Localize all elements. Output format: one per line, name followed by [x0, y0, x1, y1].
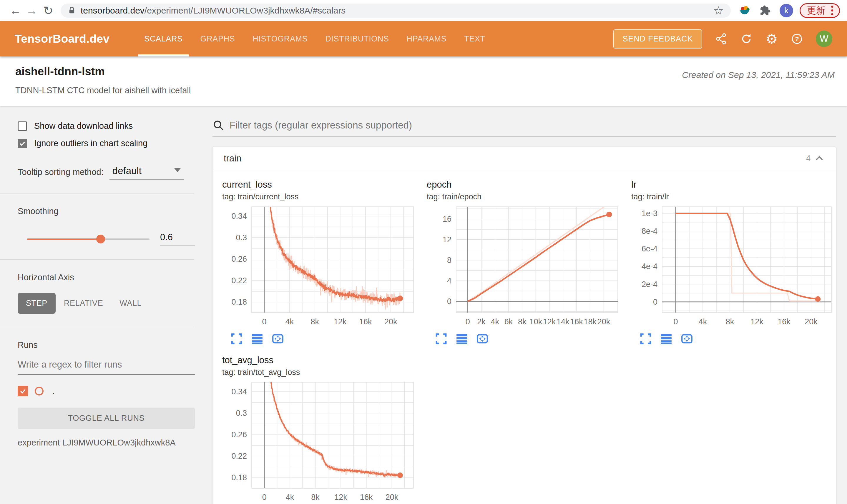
- fullscreen-icon[interactable]: [640, 332, 652, 345]
- run-color-swatch: [35, 387, 44, 396]
- divider: [0, 327, 194, 327]
- svg-text:0.3: 0.3: [236, 409, 247, 417]
- svg-text:4k: 4k: [699, 317, 707, 326]
- svg-text:8: 8: [447, 256, 451, 265]
- svg-text:12k: 12k: [750, 317, 763, 326]
- svg-text:0.34: 0.34: [231, 212, 247, 220]
- forward-icon[interactable]: →: [23, 0, 40, 21]
- runs-label: Runs: [18, 340, 195, 350]
- svg-text:0.3: 0.3: [236, 233, 247, 242]
- svg-text:0.26: 0.26: [231, 255, 247, 264]
- show-download-links-checkbox[interactable]: [18, 122, 27, 131]
- section-title: train: [224, 153, 241, 164]
- tab-graphs[interactable]: GRAPHS: [192, 21, 244, 56]
- show-download-links-label: Show data download links: [34, 121, 133, 131]
- smoothing-slider[interactable]: [27, 238, 150, 240]
- section-count: 4: [806, 154, 811, 163]
- settings-gear-icon[interactable]: ⚙: [765, 32, 778, 45]
- chart-epoch: epochtag: train/epoch 02k4k6k8k10k12k14k…: [427, 179, 621, 345]
- chart-plot-tot_avg_loss[interactable]: 04k8k12k16k20k0.180.220.260.30.34: [222, 380, 416, 503]
- divider: [0, 259, 194, 260]
- chart-tag: tag: train/lr: [631, 192, 834, 201]
- smoothing-value-input[interactable]: [160, 232, 195, 246]
- help-icon[interactable]: ?: [791, 32, 803, 45]
- send-feedback-button[interactable]: SEND FEEDBACK: [613, 30, 702, 49]
- axis-wall-button[interactable]: WALL: [111, 293, 150, 314]
- tooltip-sorting-select[interactable]: default: [109, 165, 184, 180]
- svg-text:0.18: 0.18: [231, 298, 247, 306]
- tooltip-sorting-label: Tooltip sorting method:: [18, 167, 104, 180]
- train-section-header[interactable]: train 4: [212, 147, 836, 170]
- tab-hparams[interactable]: HPARAMS: [398, 21, 455, 56]
- tab-distributions[interactable]: DISTRIBUTIONS: [316, 21, 398, 56]
- svg-text:4k: 4k: [286, 493, 294, 502]
- svg-text:0: 0: [447, 297, 451, 306]
- run-checkbox[interactable]: [18, 386, 28, 396]
- axis-step-button[interactable]: STEP: [18, 293, 56, 314]
- svg-text:18k: 18k: [584, 317, 597, 326]
- chart-plot-lr[interactable]: 04k8k12k16k20k1e-38e-46e-44e-42e-40: [631, 205, 834, 327]
- chart-tag: tag: train/tot_avg_loss: [222, 368, 416, 377]
- fullscreen-icon[interactable]: [435, 332, 447, 345]
- tab-scalars[interactable]: SCALARS: [135, 21, 191, 56]
- axis-relative-button[interactable]: RELATIVE: [56, 293, 111, 314]
- refresh-icon[interactable]: [740, 32, 753, 45]
- svg-text:14k: 14k: [556, 317, 569, 326]
- tag-filter-row[interactable]: [212, 120, 836, 137]
- svg-text:8k: 8k: [726, 317, 734, 326]
- fit-domain-icon[interactable]: [476, 332, 488, 345]
- svg-text:12k: 12k: [334, 317, 347, 326]
- fit-domain-icon[interactable]: [681, 332, 693, 345]
- tab-text[interactable]: TEXT: [455, 21, 494, 56]
- reload-icon[interactable]: ↻: [40, 0, 56, 21]
- svg-text:8e-4: 8e-4: [642, 227, 657, 236]
- chart-plot-current_loss[interactable]: 04k8k12k16k20k0.180.220.260.30.34: [222, 205, 416, 327]
- svg-text:0: 0: [466, 317, 470, 326]
- svg-text:12: 12: [443, 235, 451, 244]
- svg-text:0: 0: [653, 298, 657, 306]
- chevron-down-icon: [174, 168, 181, 172]
- scalars-main: train 4 current_losstag: train/current_l…: [212, 106, 847, 504]
- svg-text:10k: 10k: [530, 317, 542, 326]
- url-bar[interactable]: tensorboard.dev/experiment/LJI9MWUORLOw3…: [60, 3, 731, 18]
- fit-domain-icon[interactable]: [272, 332, 284, 345]
- app-header: TensorBoard.dev SCALARS GRAPHS HISTOGRAM…: [0, 21, 847, 56]
- toggle-all-runs-button[interactable]: TOGGLE ALL RUNS: [18, 408, 195, 429]
- svg-text:4k: 4k: [286, 317, 294, 326]
- back-icon[interactable]: ←: [7, 0, 23, 21]
- extensions-puzzle-icon[interactable]: [760, 5, 771, 16]
- run-row[interactable]: .: [18, 386, 195, 396]
- chart-title: lr: [631, 179, 834, 190]
- fullscreen-icon[interactable]: [230, 332, 243, 345]
- chart-title: tot_avg_loss: [222, 355, 416, 365]
- browser-profile-avatar[interactable]: k: [780, 4, 793, 17]
- tag-filter-input[interactable]: [229, 120, 836, 131]
- svg-text:20k: 20k: [385, 493, 398, 502]
- runs-filter-input[interactable]: [18, 359, 195, 375]
- data-table-icon[interactable]: [455, 332, 468, 345]
- data-table-icon[interactable]: [251, 332, 263, 345]
- chevron-up-icon[interactable]: [814, 153, 825, 164]
- data-table-icon[interactable]: [660, 332, 673, 345]
- svg-text:?: ?: [795, 35, 799, 43]
- ignore-outliers-row[interactable]: Ignore outliers in chart scaling: [18, 139, 195, 148]
- browser-menu-icon[interactable]: [830, 4, 834, 16]
- bookmark-star-icon[interactable]: ☆: [713, 5, 724, 16]
- svg-text:6e-4: 6e-4: [642, 244, 657, 253]
- svg-text:4k: 4k: [490, 317, 499, 326]
- extension-bowl-icon[interactable]: [738, 4, 751, 17]
- svg-text:16k: 16k: [359, 317, 372, 326]
- show-download-links-row[interactable]: Show data download links: [18, 121, 195, 131]
- svg-text:16k: 16k: [778, 317, 791, 326]
- chart-title: current_loss: [222, 179, 416, 190]
- chart-plot-epoch[interactable]: 02k4k6k8k10k12k14k16k18k20k0481216: [427, 205, 621, 327]
- user-avatar[interactable]: W: [816, 31, 832, 47]
- tab-histograms[interactable]: HISTOGRAMS: [244, 21, 316, 56]
- smoothing-slider-thumb[interactable]: [96, 235, 105, 244]
- browser-update-button[interactable]: 更新: [800, 3, 840, 18]
- chart-tag: tag: train/current_loss: [222, 192, 416, 201]
- ignore-outliers-checkbox[interactable]: [18, 139, 27, 148]
- charts-grid: current_losstag: train/current_loss 04k8…: [212, 170, 836, 504]
- smoothing-label: Smoothing: [18, 206, 195, 216]
- share-icon[interactable]: [714, 32, 727, 45]
